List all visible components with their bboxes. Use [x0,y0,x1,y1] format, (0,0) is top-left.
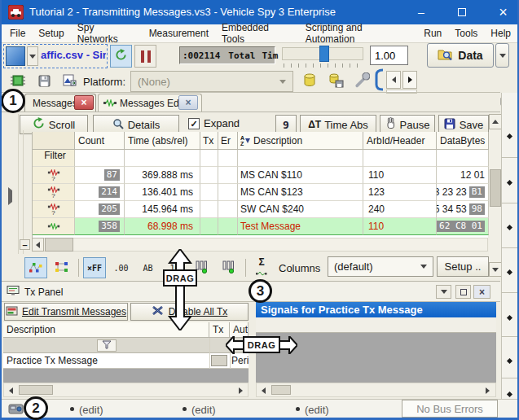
arbid-format-button-2[interactable] [217,257,240,278]
decimal-format-button[interactable]: .00 [110,257,132,278]
tx-panel-close-button[interactable]: × [473,285,490,299]
signals-h-scrollbar[interactable] [256,383,496,397]
device-icon[interactable] [8,402,24,417]
h-scrollbar-thumb[interactable] [45,238,73,252]
data-dropdown[interactable] [495,43,509,68]
col-er[interactable]: Er [218,132,238,150]
maximize-button[interactable] [448,0,476,24]
filter-row[interactable]: Filter [33,150,489,167]
open-file-label[interactable]: affic.csv - Sim [41,49,106,63]
col-time[interactable]: Time (abs/rel) [125,132,200,150]
platform-value: (None) [138,76,170,88]
platform-dropdown[interactable]: (None) [130,71,293,92]
menu-embedded-tools[interactable]: Embedded Tools [215,22,299,45]
slider-thumb[interactable] [319,46,329,62]
tx-panel-menu-button[interactable] [436,285,451,299]
close-button[interactable]: × [489,0,517,24]
expand-checkbox[interactable]: ✓ Expand [188,117,240,129]
data-folder-icon [438,48,454,63]
status-edit-3[interactable]: (edit) [305,404,329,416]
columns-setup-button[interactable]: Setup .. [437,256,489,277]
chevron-down-icon [499,54,506,58]
bus-errors-label: No Bus Errors [416,403,483,415]
edit-transmit-messages-button[interactable]: Edit Transmit Messages [4,303,128,321]
message-row-selected[interactable]: 358 68.998 ms Test Message 110 04 62 C8 … [33,218,489,235]
message-row[interactable]: ? 87 369.888 ms MS CAN $110 110 12 01 [33,167,489,184]
refresh-button[interactable] [110,45,132,68]
message-row[interactable]: ? 205 145.964 ms SW CAN $240 240 45 34 5… [33,201,489,218]
menu-run[interactable]: Run [417,28,448,39]
tx-message-row[interactable]: Practice Tx Message Periodic [3,353,249,369]
expand-rail-button[interactable] [8,190,12,202]
col-description[interactable]: AZ Description [238,132,363,150]
collapse-button[interactable]: – [20,239,30,250]
network-view-button[interactable] [51,257,73,278]
signal-icon [103,98,117,109]
message-row[interactable]: ? 214 136.401 ms MS CAN $123 123 23 23 2… [33,184,489,201]
pause-icon [141,50,144,63]
data-button[interactable]: Data [427,43,494,68]
v-scrollbar-thumb[interactable] [490,169,501,207]
arrow-left-icon[interactable] [262,387,266,394]
col-tx[interactable]: Tx [200,132,218,150]
ascii-format-button[interactable]: AB [137,257,159,278]
menu-setup[interactable]: Setup [32,28,70,39]
setup-label: Setup .. [445,260,482,273]
filter-cell: Filter [33,150,75,167]
checkbox-icon: ✓ [188,118,200,129]
tx-h-scrollbar[interactable] [3,383,249,397]
chevron-down-icon [420,265,427,269]
tx-filter-row[interactable] [3,338,249,353]
signal-unknown-icon: ? [33,167,75,184]
refresh-icon [115,49,127,63]
minimize-button[interactable]: – [407,0,435,24]
col-arbid[interactable]: ArbId/Header [363,132,437,150]
tx-scroll-thumb[interactable] [19,385,53,395]
page-prev-button[interactable] [386,71,401,89]
chevron-down-icon [441,290,447,294]
filter-funnel-button[interactable] [97,339,117,352]
tx-panel-maximize-button[interactable] [455,285,471,299]
pause-playback-button[interactable] [134,45,156,68]
signal-view-button[interactable] [24,257,47,278]
tab-messages-editor-close-button[interactable]: × [178,95,198,110]
totals-button[interactable]: Σ [250,257,273,278]
menu-tools[interactable]: Tools [448,28,484,39]
save-setup-button[interactable] [34,72,55,92]
menu-file[interactable]: File [3,28,32,39]
scroll-down-button[interactable] [489,262,502,277]
menu-measurement[interactable]: Measurement [143,28,215,39]
tab-messages-close-button[interactable]: × [74,95,94,110]
page-next-button[interactable] [402,71,417,89]
hex-format-button[interactable]: ×FF [83,257,106,278]
options-wrench-button[interactable] [350,70,373,92]
platform-setup-button[interactable] [59,72,80,92]
vspy-mode-button[interactable] [6,46,25,66]
menu-help[interactable]: Help [484,28,517,39]
h-scrollbar[interactable] [32,238,488,252]
menu-scripting-automation[interactable]: Scripting and Automation [299,22,418,45]
arrow-left-icon[interactable] [9,387,13,394]
tx-toggle-button[interactable] [211,355,227,366]
columns-dropdown[interactable]: (default) [328,256,433,277]
app-icon [8,5,24,22]
scroll-left-button[interactable] [32,238,44,252]
database-save-button[interactable] [324,70,347,92]
database-button[interactable] [298,70,321,92]
arrow-right-icon[interactable] [486,387,490,394]
col-icon[interactable] [33,132,75,150]
playback-rate-input[interactable] [370,46,408,65]
scroll-up-button[interactable] [489,114,502,129]
status-edit-1[interactable]: (edit) [79,404,103,416]
status-edit-2[interactable]: (edit) [191,404,216,416]
platform-icon [63,74,77,90]
col-count[interactable]: Count [75,132,125,150]
signals-scroll-thumb[interactable] [271,385,291,395]
drag-arrow-left [226,336,244,357]
arrow-right-icon[interactable] [239,387,243,394]
vspy-mode-dropdown[interactable] [27,46,38,66]
menu-spy-networks[interactable]: Spy Networks [71,22,143,45]
signal-unknown-icon: ? [33,184,75,201]
data-button-label: Data [458,49,482,62]
col-databytes[interactable]: DataBytes [437,132,489,150]
